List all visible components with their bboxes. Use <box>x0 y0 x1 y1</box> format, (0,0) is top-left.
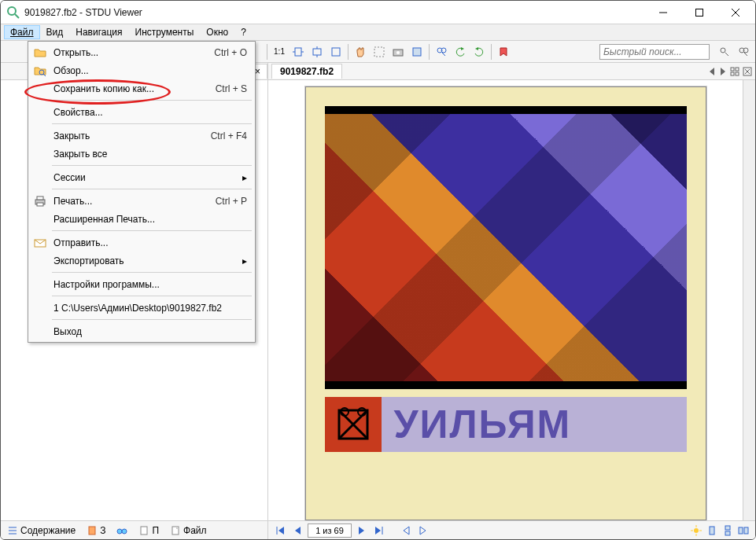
maximize-button[interactable] <box>681 1 717 24</box>
menu-item-exit[interactable]: Выход <box>30 322 253 340</box>
book-title-text: УИЛЬЯМ <box>382 397 687 452</box>
page-frame <box>325 106 687 389</box>
svg-marker-51 <box>278 527 284 534</box>
doc-tab[interactable]: 9019827.fb2 <box>271 64 342 79</box>
rotate-right-button[interactable] <box>470 43 488 61</box>
hand-tool-button[interactable] <box>352 43 369 61</box>
svg-marker-57 <box>420 527 426 534</box>
sidebar-btab-search[interactable]: П <box>135 524 162 537</box>
svg-rect-38 <box>731 68 734 71</box>
vertical-scrollbar[interactable] <box>743 80 755 520</box>
prev-page-button[interactable] <box>290 523 304 538</box>
toolbar-separator <box>491 44 492 60</box>
menu-window[interactable]: Окно <box>200 25 234 39</box>
select-tool-button[interactable] <box>371 43 388 61</box>
publisher-logo <box>325 397 382 452</box>
menubar: Файл Вид Навигация Инструменты Окно ? <box>1 24 755 41</box>
svg-rect-63 <box>710 527 714 534</box>
text-select-button[interactable] <box>408 43 426 61</box>
doc-viewport: УИЛЬЯМ <box>268 80 755 520</box>
menu-item-print[interactable]: Печать...Ctrl + P <box>30 192 253 210</box>
sidebar-btab-bookmarks[interactable]: З <box>83 524 109 537</box>
svg-marker-52 <box>295 527 301 534</box>
snapshot-button[interactable] <box>389 43 407 61</box>
menu-separator <box>52 123 252 124</box>
find-button[interactable] <box>433 43 450 61</box>
close-icon[interactable]: × <box>255 66 260 77</box>
list-icon <box>7 525 18 536</box>
last-page-button[interactable] <box>372 523 386 538</box>
menu-item-properties[interactable]: Свойства... <box>30 103 253 121</box>
search-input[interactable] <box>599 44 710 60</box>
menu-item-advanced-print[interactable]: Расширенная Печать... <box>30 210 253 228</box>
svg-marker-36 <box>710 68 714 75</box>
menu-item-save-copy[interactable]: Сохранить копию как...Ctrl + S <box>30 79 253 97</box>
tab-grid-icon[interactable] <box>730 67 739 76</box>
envelope-icon <box>34 237 46 249</box>
menu-item-recent-1[interactable]: 1 C:\Users\Админ\Desktop\9019827.fb2 <box>30 299 253 317</box>
menu-file[interactable]: Файл <box>4 25 40 39</box>
brightness-button[interactable] <box>689 523 703 538</box>
doc-scroll[interactable]: УИЛЬЯМ <box>268 80 743 520</box>
sidebar-btab-label: П <box>152 525 159 536</box>
svg-marker-37 <box>721 68 725 75</box>
svg-line-1 <box>15 14 19 18</box>
menu-item-sessions[interactable]: Сессии▸ <box>30 168 253 186</box>
svg-rect-3 <box>696 9 703 16</box>
menu-separator <box>52 189 252 189</box>
menu-item-open[interactable]: Открыть...Ctrl + O <box>30 43 253 61</box>
menu-item-close-all[interactable]: Закрыть все <box>30 145 253 163</box>
sidebar-btab-contents[interactable]: Содержание <box>4 524 79 537</box>
fit-height-button[interactable] <box>308 43 326 61</box>
first-page-button[interactable] <box>273 523 287 538</box>
fit-width-button[interactable] <box>289 43 307 61</box>
svg-point-15 <box>396 51 400 54</box>
rotate-left-button[interactable] <box>452 43 469 61</box>
zoom-actual-button[interactable]: 1:1 <box>271 43 288 61</box>
window-title: 9019827.fb2 - STDU Viewer <box>24 7 645 18</box>
bookmark-button[interactable] <box>495 43 512 61</box>
file-icon <box>170 525 181 536</box>
menu-tools[interactable]: Инструменты <box>129 25 201 39</box>
chevron-right-icon: ▸ <box>242 172 247 183</box>
tab-next-icon[interactable] <box>719 68 727 75</box>
sidebar-btab-file[interactable]: Файл <box>167 524 210 537</box>
menu-item-browse[interactable]: Обзор... <box>30 61 253 79</box>
history-forward-button[interactable] <box>416 523 430 538</box>
menu-item-settings[interactable]: Настройки программы... <box>30 275 253 293</box>
svg-marker-20 <box>461 47 464 50</box>
menu-navigation[interactable]: Навигация <box>69 25 128 39</box>
fit-page-button[interactable] <box>327 43 345 61</box>
facing-view-button[interactable] <box>736 523 750 538</box>
menu-item-send[interactable]: Отправить... <box>30 233 253 252</box>
sidebar-bottom-tabs: Содержание З П Файл <box>1 520 267 539</box>
minimize-button[interactable] <box>645 1 681 24</box>
menu-separator <box>52 230 252 231</box>
menu-item-export[interactable]: Экспортировать▸ <box>30 252 253 270</box>
page-number-field[interactable] <box>308 523 352 538</box>
svg-rect-72 <box>37 203 43 206</box>
book-cover-art <box>325 114 687 381</box>
continuous-view-button[interactable] <box>721 523 735 538</box>
find-next-button[interactable] <box>735 43 752 61</box>
file-menu-dropdown: Открыть...Ctrl + O Обзор... Сохранить ко… <box>28 41 256 343</box>
document-area: 9019827.fb2 УИЛЬЯМ <box>268 63 755 539</box>
history-back-button[interactable] <box>399 523 413 538</box>
single-page-view-button[interactable] <box>705 523 719 538</box>
svg-rect-12 <box>332 48 340 56</box>
menu-help[interactable]: ? <box>234 25 253 39</box>
next-page-button[interactable] <box>355 523 369 538</box>
sidebar-btab-thumbnails[interactable] <box>113 524 131 537</box>
tab-close-icon[interactable] <box>743 67 752 76</box>
svg-point-31 <box>117 529 122 534</box>
svg-rect-71 <box>37 197 43 200</box>
titlebar: 9019827.fb2 - STDU Viewer <box>1 1 755 24</box>
menu-view[interactable]: Вид <box>40 25 70 39</box>
doc-tab-strip: 9019827.fb2 <box>268 63 755 80</box>
toolbar-separator <box>267 44 267 60</box>
close-button[interactable] <box>717 1 754 24</box>
menu-item-close[interactable]: ЗакрытьCtrl + F4 <box>30 127 253 145</box>
tab-prev-icon[interactable] <box>708 68 716 75</box>
svg-rect-33 <box>141 527 147 534</box>
find-prev-button[interactable] <box>716 43 733 61</box>
